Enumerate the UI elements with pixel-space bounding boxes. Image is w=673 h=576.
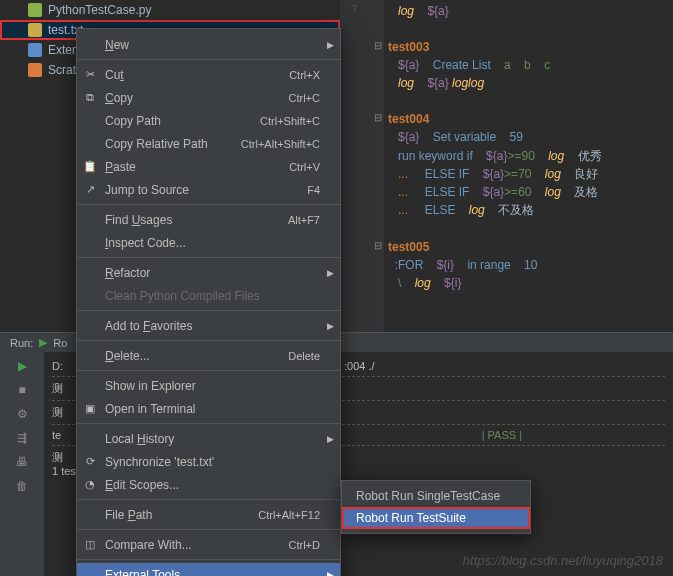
menu-item: Clean Python Compiled Files — [77, 284, 340, 307]
menu-icon: ⟳ — [83, 455, 97, 469]
run-sidebar: ▶ ■ ⚙ ⇶ 🖶 🗑 — [0, 352, 44, 576]
menu-item[interactable]: Show in Explorer — [77, 374, 340, 397]
chevron-right-icon: ▶ — [327, 268, 334, 278]
menu-item[interactable]: 📋PasteCtrl+V — [77, 155, 340, 178]
menu-item[interactable]: File PathCtrl+Alt+F12 — [77, 503, 340, 526]
chevron-right-icon: ▶ — [327, 570, 334, 577]
context-menu: New▶✂CutCtrl+X⧉CopyCtrl+CCopy PathCtrl+S… — [76, 28, 341, 576]
menu-item[interactable]: ◔Edit Scopes... — [77, 473, 340, 496]
menu-icon: ◔ — [83, 478, 97, 492]
menu-item[interactable]: External Tools▶ — [77, 563, 340, 576]
python-icon — [28, 3, 42, 17]
chevron-right-icon: ▶ — [327, 434, 334, 444]
settings-icon[interactable]: ⚙ — [12, 404, 32, 424]
submenu-item-hover[interactable]: Robot Run TestSuite — [342, 507, 530, 529]
menu-item[interactable]: Add to Favorites▶ — [77, 314, 340, 337]
menu-item[interactable]: ▣Open in Terminal — [77, 397, 340, 420]
play-icon[interactable]: ▶ — [39, 336, 47, 349]
menu-item[interactable]: ↗Jump to SourceF4 — [77, 178, 340, 201]
gutter: 7 ⊟ ⊟ ⊟ — [340, 0, 384, 332]
menu-item[interactable]: Inspect Code... — [77, 231, 340, 254]
menu-item[interactable]: Local History▶ — [77, 427, 340, 450]
print-icon[interactable]: 🖶 — [12, 452, 32, 472]
menu-item[interactable]: Copy Relative PathCtrl+Alt+Shift+C — [77, 132, 340, 155]
menu-icon: ◫ — [83, 538, 97, 552]
chevron-right-icon: ▶ — [327, 321, 334, 331]
library-icon — [28, 43, 42, 57]
run-config[interactable]: Ro — [53, 337, 67, 349]
menu-item[interactable]: ⟳Synchronize 'test.txt' — [77, 450, 340, 473]
menu-item[interactable]: ◫Compare With...Ctrl+D — [77, 533, 340, 556]
stop-button[interactable]: ■ — [12, 380, 32, 400]
menu-icon: 📋 — [83, 160, 97, 174]
menu-item[interactable]: Delete...Delete — [77, 344, 340, 367]
scratch-icon — [28, 63, 42, 77]
watermark: https://blog.csdn.net/liuyuqing2018 — [463, 553, 663, 568]
menu-icon: ▣ — [83, 402, 97, 416]
menu-item[interactable]: ✂CutCtrl+X — [77, 63, 340, 86]
menu-item[interactable]: New▶ — [77, 33, 340, 56]
fold-icon[interactable]: ⊟ — [374, 112, 382, 123]
submenu-item[interactable]: Robot Run SingleTestCase — [342, 485, 530, 507]
run-label: Run: — [10, 337, 33, 349]
run-button[interactable]: ▶ — [12, 356, 32, 376]
tree-item[interactable]: PythonTestCase.py — [0, 0, 340, 20]
menu-item[interactable]: Refactor▶ — [77, 261, 340, 284]
menu-item[interactable]: ⧉CopyCtrl+C — [77, 86, 340, 109]
menu-icon: ✂ — [83, 68, 97, 82]
menu-item[interactable]: Copy PathCtrl+Shift+C — [77, 109, 340, 132]
filter-icon[interactable]: ⇶ — [12, 428, 32, 448]
trash-icon[interactable]: 🗑 — [12, 476, 32, 496]
fold-icon[interactable]: ⊟ — [374, 240, 382, 251]
menu-item[interactable]: Find UsagesAlt+F7 — [77, 208, 340, 231]
fold-icon[interactable]: ⊟ — [374, 40, 382, 51]
menu-icon: ⧉ — [83, 91, 97, 105]
chevron-right-icon: ▶ — [327, 40, 334, 50]
editor[interactable]: 7 ⊟ ⊟ ⊟ log ${a}test003 ${a} Create List… — [340, 0, 673, 332]
file-icon — [28, 23, 42, 37]
menu-icon: ↗ — [83, 183, 97, 197]
submenu-external-tools: Robot Run SingleTestCase Robot Run TestS… — [341, 480, 531, 534]
